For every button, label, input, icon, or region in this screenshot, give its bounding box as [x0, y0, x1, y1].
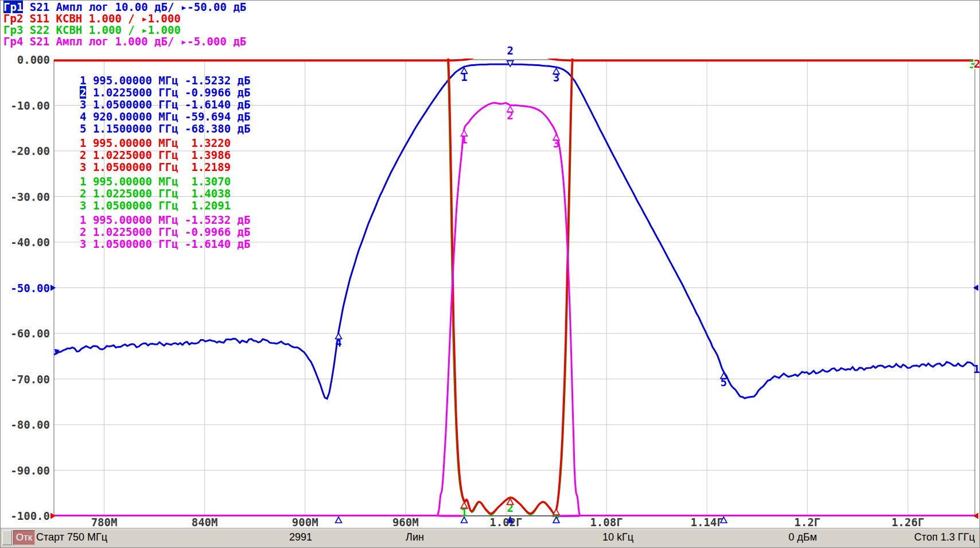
- marker-row-Гр4-2: 2 1.0225000 ГГц -0.9966 дБ: [80, 226, 250, 238]
- stop-frequency-field[interactable]: Стоп 1.3 ГГц: [914, 531, 975, 543]
- x-tick-1.08Г: 1.08Г: [581, 516, 632, 528]
- marker-number[interactable]: 2: [80, 149, 86, 161]
- trace-tag[interactable]: Гр2: [3, 12, 23, 25]
- trace-definition-Гр4[interactable]: Гр4 S21 Ампл лог 1.000 дБ/ ▸-5.000 дБ: [3, 36, 246, 47]
- ref-level-arrow[interactable]: [50, 513, 56, 519]
- marker-label-1: 1: [461, 133, 467, 146]
- points-count-field[interactable]: 2991: [289, 531, 312, 543]
- ref-level-arrow[interactable]: [973, 285, 978, 291]
- marker-number[interactable]: 2: [80, 187, 86, 200]
- marker-row-Гр1-5: 5 1.1500000 ГГц -68.380 дБ: [80, 123, 250, 135]
- trace-definitions: Гр1 S21 Ампл лог 10.00 дБ/ ▸-50.00 дБГр2…: [3, 1, 246, 47]
- marker-number[interactable]: 2: [80, 86, 86, 99]
- ref-level-arrow[interactable]: [973, 513, 978, 519]
- y-tick--100.0: -100.0: [2, 510, 50, 522]
- marker-number[interactable]: 3: [80, 199, 86, 212]
- marker-label-3: 3: [553, 137, 559, 150]
- marker-values: 1.0225000 ГГц -0.9966 дБ: [86, 86, 250, 99]
- marker-values: 1.1500000 ГГц -68.380 дБ: [86, 122, 250, 135]
- marker-row-Гр1-2: 2 1.0225000 ГГц -0.9966 дБ: [80, 87, 250, 99]
- y-tick--40.00: -40.00: [2, 236, 50, 248]
- marker-1-s11_vswr[interactable]: [461, 502, 467, 508]
- marker-label-4: 4: [335, 336, 341, 349]
- power-level-field[interactable]: 0 дБм: [788, 531, 817, 543]
- y-tick--80.00: -80.00: [2, 419, 50, 430]
- axis-marker-0.92[interactable]: [336, 517, 342, 523]
- y-tick--70.00: -70.00: [2, 374, 50, 385]
- trace-format-text: S21 Ампл лог 1.000 дБ/ ▸-5.000 дБ: [23, 35, 246, 48]
- y-tick--30.00: -30.00: [2, 191, 50, 203]
- trace-definition-Гр3[interactable]: Гр3 S22 КСВН 1.000 / ▸1.000: [3, 24, 246, 36]
- marker-number[interactable]: 1: [80, 137, 86, 149]
- correction-status-badge[interactable]: Отк: [13, 530, 35, 545]
- marker-values: 1.0225000 ГГц 1.3986: [86, 149, 231, 161]
- marker-row-Гр3-3: 3 1.0500000 ГГц 1.2091: [80, 200, 231, 212]
- trace-number-indicator-1: 1: [973, 362, 980, 376]
- x-tick-1.02Г: 1.02Г: [480, 516, 532, 528]
- x-tick-900М: 900М: [279, 516, 331, 528]
- x-tick-1.26Г: 1.26Г: [882, 516, 934, 528]
- x-tick-1.14Г: 1.14Г: [681, 516, 733, 528]
- marker-values: 920.00000 МГц -59.694 дБ: [86, 110, 250, 123]
- marker-3-s11_vswr[interactable]: [553, 509, 559, 515]
- marker-row-Гр2-1: 1 995.00000 МГц 1.3220: [80, 137, 231, 149]
- marker-row-Гр1-1: 1 995.00000 МГц -1.5232 дБ: [80, 75, 250, 87]
- marker-row-Гр1-3: 3 1.0500000 ГГц -1.6140 дБ: [80, 99, 250, 111]
- ref-level-arrow[interactable]: [50, 285, 56, 291]
- trace-definition-Гр2[interactable]: Гр2 S11 КСВН 1.000 / ▸1.000: [3, 13, 246, 24]
- marker-row-Гр3-1: 1 995.00000 МГц 1.3070: [80, 176, 231, 188]
- marker-values: 995.00000 МГц -1.5232 дБ: [86, 74, 250, 87]
- marker-number[interactable]: 1: [80, 213, 86, 226]
- y-tick-0.000: 0.000: [2, 54, 50, 65]
- marker-row-Гр2-3: 3 1.0500000 ГГц 1.2189: [80, 161, 231, 173]
- y-tick--50.00: -50.00: [2, 282, 50, 294]
- sweep-type-field[interactable]: Лин: [406, 531, 424, 543]
- marker-label-1: 1: [461, 71, 467, 83]
- start-frequency-field[interactable]: Старт 750 МГц: [36, 531, 107, 543]
- marker-number[interactable]: 4: [80, 110, 86, 123]
- marker-values: 1.0500000 ГГц 1.2091: [86, 199, 231, 212]
- marker-number[interactable]: 3: [80, 238, 86, 250]
- marker-label-3: 3: [553, 71, 559, 84]
- marker-values: 1.0500000 ГГц 1.2189: [86, 161, 231, 173]
- y-tick--90.00: -90.00: [2, 465, 50, 476]
- marker-number[interactable]: 3: [80, 98, 86, 111]
- marker-number[interactable]: 5: [80, 122, 86, 135]
- trace-format-text: S11 КСВН 1.000 / ▸1.000: [23, 12, 181, 25]
- marker-values: 1.0500000 ГГц -1.6140 дБ: [86, 238, 250, 250]
- vna-app-window: { "colors": { "trace1": "#0000e0", "trac…: [0, 0, 980, 548]
- marker-number[interactable]: 1: [80, 74, 86, 87]
- marker-values: 1.0225000 ГГц 1.4038: [86, 187, 231, 200]
- trace-number-indicator-2: 2: [974, 57, 980, 71]
- marker-row-Гр2-2: 2 1.0225000 ГГц 1.3986: [80, 149, 231, 161]
- marker-row-Гр4-3: 3 1.0500000 ГГц -1.6140 дБ: [80, 238, 250, 250]
- marker-number[interactable]: 1: [80, 175, 86, 188]
- if-bandwidth-field[interactable]: 10 kГц: [602, 531, 633, 543]
- marker-values: 1.0225000 ГГц -0.9966 дБ: [86, 226, 250, 238]
- x-tick-840М: 840М: [179, 516, 231, 528]
- trace-definition-Гр1[interactable]: Гр1 S21 Ампл лог 10.00 дБ/ ▸-50.00 дБ: [3, 1, 246, 13]
- marker-label-2: 2: [507, 44, 513, 57]
- marker-row-Гр1-4: 4 920.00000 МГц -59.694 дБ: [80, 111, 250, 123]
- trace-tag[interactable]: Гр4: [3, 35, 23, 48]
- statusbar-grip[interactable]: [2, 530, 12, 545]
- marker-label-2: 2: [507, 109, 513, 122]
- x-tick-1.2Г: 1.2Г: [781, 516, 833, 528]
- marker-label-5: 5: [721, 376, 727, 388]
- marker-row-Гр3-2: 2 1.0225000 ГГц 1.4038: [80, 188, 231, 200]
- trace-format-text: S21 Ампл лог 10.00 дБ/ ▸-50.00 дБ: [23, 1, 246, 13]
- marker-number[interactable]: 3: [80, 161, 86, 173]
- status-bar: Отк Старт 750 МГц 2991 Лин 10 kГц 0 дБм …: [1, 528, 979, 548]
- marker-row-Гр4-1: 1 995.00000 МГц -1.5232 дБ: [80, 214, 250, 226]
- y-tick--10.00: -10.00: [2, 100, 50, 111]
- marker-values: 995.00000 МГц 1.3220: [86, 137, 231, 149]
- marker-values: 995.00000 МГц -1.5232 дБ: [86, 213, 250, 226]
- trace-tag[interactable]: Гр3: [3, 24, 23, 36]
- x-tick-960М: 960М: [380, 516, 431, 528]
- trace-tag[interactable]: Гр1: [3, 1, 23, 13]
- trace-format-text: S22 КСВН 1.000 / ▸1.000: [23, 24, 181, 36]
- marker-number[interactable]: 2: [80, 226, 86, 238]
- marker-values: 1.0500000 ГГц -1.6140 дБ: [86, 98, 250, 111]
- y-tick--20.00: -20.00: [2, 145, 50, 157]
- y-tick--60.00: -60.00: [2, 328, 50, 339]
